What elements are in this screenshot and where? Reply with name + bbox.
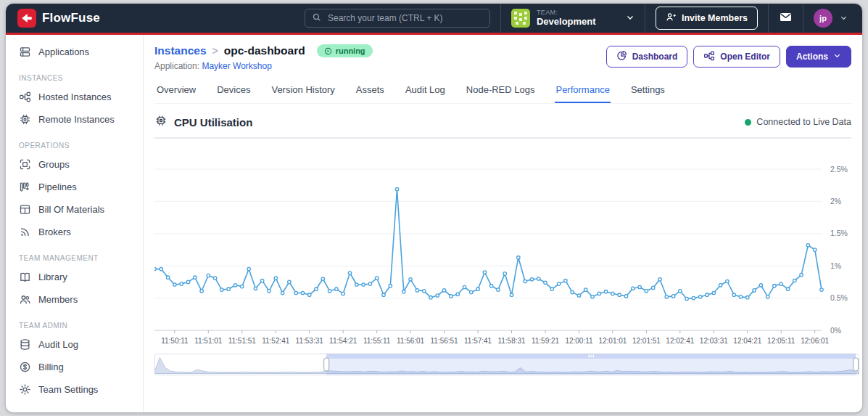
- data-point[interactable]: [793, 279, 796, 282]
- data-point[interactable]: [483, 271, 486, 274]
- data-point[interactable]: [450, 295, 452, 298]
- navigator-grip-icon[interactable]: [590, 355, 592, 358]
- sidebar-item-library[interactable]: Library: [6, 266, 143, 288]
- data-point[interactable]: [382, 293, 385, 296]
- sidebar-item-remote-instances[interactable]: Remote Instances: [6, 108, 143, 131]
- data-point[interactable]: [577, 294, 580, 297]
- sidebar-item-applications[interactable]: Applications: [6, 41, 143, 63]
- data-point[interactable]: [692, 296, 695, 299]
- data-point[interactable]: [294, 291, 297, 294]
- data-point[interactable]: [489, 285, 492, 287]
- data-point[interactable]: [362, 283, 365, 286]
- data-point[interactable]: [342, 292, 344, 295]
- sidebar-item-brokers[interactable]: Brokers: [6, 221, 143, 243]
- data-point[interactable]: [368, 282, 371, 285]
- data-point[interactable]: [591, 295, 594, 298]
- data-point[interactable]: [423, 290, 426, 293]
- navigator-handle-left[interactable]: [324, 358, 329, 371]
- data-point[interactable]: [166, 276, 169, 279]
- data-point[interactable]: [632, 287, 635, 290]
- data-point[interactable]: [706, 293, 708, 296]
- flowfuse-logo[interactable]: FlowFuse: [17, 4, 100, 33]
- data-point[interactable]: [517, 256, 520, 259]
- data-point[interactable]: [409, 278, 412, 281]
- data-point[interactable]: [732, 293, 735, 296]
- sidebar-item-team-settings[interactable]: Team Settings: [6, 378, 143, 401]
- data-point[interactable]: [544, 281, 547, 284]
- data-point[interactable]: [497, 288, 500, 291]
- data-point[interactable]: [207, 274, 210, 277]
- data-point[interactable]: [186, 280, 189, 283]
- tab-overview[interactable]: Overview: [156, 80, 197, 103]
- open-editor-button[interactable]: Open Editor: [693, 46, 780, 68]
- data-point[interactable]: [321, 277, 324, 280]
- data-point[interactable]: [288, 280, 291, 283]
- data-point[interactable]: [436, 294, 439, 297]
- data-point[interactable]: [154, 267, 156, 270]
- dashboard-button[interactable]: Dashboard: [606, 46, 688, 68]
- data-point[interactable]: [254, 287, 257, 290]
- data-point[interactable]: [550, 287, 553, 290]
- data-point[interactable]: [652, 286, 655, 289]
- data-point[interactable]: [753, 289, 756, 292]
- data-point[interactable]: [618, 293, 621, 296]
- data-point[interactable]: [699, 295, 702, 298]
- navigator-handle-right[interactable]: [853, 358, 859, 371]
- data-point[interactable]: [739, 295, 742, 298]
- data-point[interactable]: [194, 276, 197, 279]
- sidebar-item-billing[interactable]: Billing: [6, 356, 143, 378]
- data-point[interactable]: [806, 244, 809, 247]
- data-point[interactable]: [376, 277, 379, 280]
- data-point[interactable]: [604, 290, 607, 293]
- data-point[interactable]: [402, 290, 405, 293]
- data-point[interactable]: [335, 287, 338, 290]
- sidebar-item-hosted-instances[interactable]: Hosted Instances: [6, 86, 143, 108]
- data-point[interactable]: [557, 282, 560, 285]
- team-selector[interactable]: TEAM: Development: [511, 9, 635, 28]
- tab-performance[interactable]: Performance: [555, 80, 610, 103]
- data-point[interactable]: [241, 285, 244, 287]
- data-point[interactable]: [665, 295, 668, 298]
- sidebar-item-bill-of-materials[interactable]: Bill Of Materials: [6, 198, 143, 221]
- data-point[interactable]: [746, 296, 749, 299]
- user-menu[interactable]: jp: [814, 9, 852, 28]
- data-point[interactable]: [213, 277, 216, 280]
- data-point[interactable]: [800, 273, 803, 276]
- data-point[interactable]: [308, 293, 311, 296]
- search-input[interactable]: [326, 12, 483, 24]
- data-point[interactable]: [571, 290, 574, 293]
- data-point[interactable]: [524, 280, 526, 282]
- data-point[interactable]: [227, 287, 230, 290]
- data-point[interactable]: [766, 295, 769, 298]
- tab-audit-log[interactable]: Audit Log: [405, 80, 446, 103]
- tab-assets[interactable]: Assets: [355, 80, 385, 103]
- data-point[interactable]: [564, 279, 567, 282]
- data-point[interactable]: [780, 282, 782, 285]
- data-point[interactable]: [160, 267, 162, 270]
- data-point[interactable]: [624, 295, 627, 298]
- data-point[interactable]: [261, 279, 264, 282]
- data-point[interactable]: [584, 288, 587, 291]
- data-point[interactable]: [281, 291, 284, 294]
- data-point[interactable]: [645, 290, 648, 293]
- sidebar-item-members[interactable]: Members: [6, 288, 143, 311]
- data-point[interactable]: [537, 277, 540, 280]
- data-point[interactable]: [638, 285, 641, 288]
- data-point[interactable]: [786, 287, 789, 290]
- team-search[interactable]: [305, 9, 490, 28]
- data-point[interactable]: [658, 278, 661, 281]
- data-point[interactable]: [247, 267, 250, 270]
- data-point[interactable]: [429, 296, 432, 299]
- data-point[interactable]: [180, 282, 183, 285]
- chart-zoom-navigator[interactable]: [154, 354, 851, 375]
- actions-button[interactable]: Actions: [786, 46, 851, 68]
- tab-settings[interactable]: Settings: [630, 80, 666, 103]
- invite-members-button[interactable]: Invite Members: [656, 7, 758, 30]
- data-point[interactable]: [679, 290, 682, 293]
- application-link[interactable]: Mayker Workshop: [202, 61, 271, 71]
- data-point[interactable]: [671, 295, 674, 298]
- data-point[interactable]: [389, 285, 392, 287]
- data-point[interactable]: [470, 290, 473, 293]
- tab-devices[interactable]: Devices: [216, 80, 251, 103]
- data-point[interactable]: [773, 285, 776, 287]
